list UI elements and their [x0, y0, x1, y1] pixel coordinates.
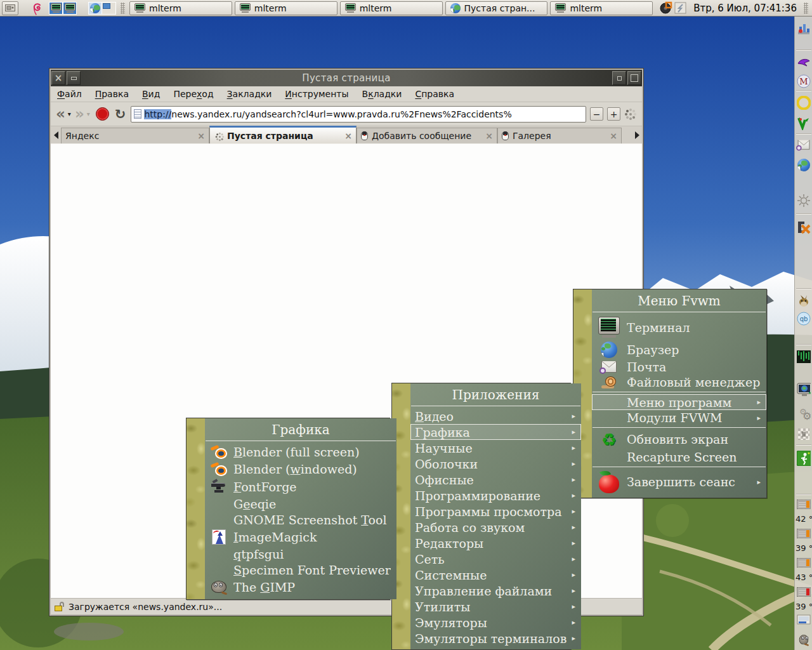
launcher-button[interactable] — [2, 1, 18, 15]
audio-mixer-icon[interactable] — [659, 1, 672, 15]
menu-item-viewers[interactable]: Программы просмотра▸ — [410, 503, 581, 519]
back-dropdown-icon[interactable]: ▾ — [68, 110, 71, 117]
titlebar[interactable]: × Пустая страница — [51, 70, 642, 86]
reload-button[interactable]: ↻ — [115, 107, 126, 122]
menu-item-blender-windowed[interactable]: Blender (windowed) — [205, 460, 396, 477]
stop-button[interactable] — [96, 107, 109, 121]
security-lock-open-icon[interactable] — [55, 602, 64, 611]
clipboard-icon[interactable] — [674, 2, 687, 15]
pager-desk-active[interactable] — [88, 2, 102, 15]
menu-file[interactable]: Файл — [57, 89, 82, 99]
menu-item-imagemagick[interactable]: ImageMagick — [205, 528, 396, 547]
menu-item-system[interactable]: Системные▸ — [410, 567, 581, 583]
donkey-icon[interactable] — [797, 293, 811, 308]
temp-sensor-icon[interactable] — [797, 587, 811, 597]
pager-desk-1[interactable] — [49, 2, 63, 15]
coin-icon[interactable] — [797, 95, 811, 110]
pager-desk-2[interactable] — [63, 2, 77, 15]
menu-item-file-management[interactable]: Управление файлами▸ — [410, 583, 581, 599]
tab-scroll-left-button[interactable] — [51, 127, 61, 143]
menu-tabs[interactable]: Вкладки — [362, 89, 402, 99]
tab-blank-page-active[interactable]: Пустая страница × — [209, 126, 357, 143]
menu-item-specimen[interactable]: Specimen Font Previewer — [205, 562, 396, 578]
menu-item-editors[interactable]: Редакторы▸ — [410, 535, 581, 551]
exit-icon[interactable] — [797, 451, 811, 466]
matrix-icon[interactable] — [797, 349, 811, 364]
menu-item-mail[interactable]: Почта — [592, 359, 766, 375]
menu-item-refresh-screen[interactable]: ♻ Обновить экран — [592, 430, 766, 449]
k-tool-icon[interactable] — [797, 220, 811, 235]
menu-item-graphics[interactable]: Графика▸ — [410, 424, 581, 440]
tab-close-icon[interactable]: × — [485, 131, 493, 141]
menu-item-terminal[interactable]: Терминал — [592, 314, 766, 340]
menu-item-the-gimp[interactable]: The GIMP — [205, 578, 396, 597]
temp-sensor-icon[interactable] — [797, 499, 811, 509]
tab-scroll-right-button[interactable] — [632, 127, 642, 143]
menu-view[interactable]: Вид — [142, 89, 160, 99]
sun-icon[interactable] — [797, 193, 811, 208]
tab-yandex[interactable]: Яндекс × — [61, 128, 209, 143]
menu-item-shells[interactable]: Оболочки▸ — [410, 456, 581, 472]
menu-item-video[interactable]: Видео▸ — [410, 408, 581, 424]
menu-edit[interactable]: Правка — [95, 89, 129, 99]
close-button[interactable]: × — [51, 71, 65, 85]
url-bar[interactable]: http://news.yandex.ru/yandsearch?cl4url=… — [131, 106, 586, 123]
menu-item-browser[interactable]: Браузер — [592, 340, 766, 359]
temp-sensor-icon[interactable] — [797, 528, 811, 538]
back-button[interactable]: « — [56, 107, 65, 121]
gimp-icon[interactable] — [797, 632, 811, 647]
debian-swirl-icon[interactable] — [30, 1, 45, 16]
menu-item-office[interactable]: Офисные▸ — [410, 472, 581, 488]
tab-gallery[interactable]: Галерея × — [497, 128, 622, 143]
temp-sensor-icon[interactable] — [797, 557, 811, 567]
maximize-button[interactable] — [627, 71, 641, 85]
taskbar-handle-right[interactable] — [804, 3, 808, 14]
menu-item-programs[interactable]: Меню программ ▸ — [592, 394, 766, 409]
menu-item-geeqie[interactable]: Geeqie — [205, 496, 396, 512]
taskbar-button-mlterm-4[interactable]: mlterm — [550, 1, 653, 15]
zoom-in-button[interactable]: + — [607, 107, 620, 121]
net-monitor-icon[interactable] — [797, 382, 811, 397]
battery-icon[interactable] — [797, 612, 811, 627]
menu-tools[interactable]: Инструменты — [285, 89, 348, 99]
taskbar-button-browser[interactable]: Пустая стран... — [445, 1, 548, 15]
qb-icon[interactable]: qb — [797, 311, 811, 326]
menu-item-gnome-screenshot[interactable]: GNOME Screenshot Tool — [205, 512, 396, 527]
pager-desk-4[interactable] — [102, 2, 116, 15]
taskbar-handle[interactable] — [121, 3, 125, 14]
bird-icon[interactable] — [797, 55, 811, 70]
menu-item-science[interactable]: Научные▸ — [410, 440, 581, 456]
menu-item-network[interactable]: Сеть▸ — [410, 551, 581, 567]
menu-go[interactable]: Переход — [173, 89, 213, 99]
taskbar-button-mlterm-1[interactable]: mlterm — [129, 1, 232, 15]
desktop-pager[interactable] — [49, 2, 116, 15]
menu-item-terminal-emulators[interactable]: Эмуляторы терминалов▸ — [410, 630, 581, 646]
chart-icon[interactable] — [797, 22, 811, 37]
menu-item-fontforge[interactable]: FontForge — [205, 477, 396, 496]
checker-icon[interactable] — [797, 427, 811, 442]
taskbar-button-mlterm-2[interactable]: mlterm — [235, 1, 337, 15]
zoom-out-button[interactable]: − — [590, 107, 603, 121]
taskbar-button-mlterm-3[interactable]: mlterm — [340, 1, 443, 15]
menu-item-utilities[interactable]: Утилиты▸ — [410, 599, 581, 614]
clock[interactable]: Втр, 6 Июл, 07:41:36 — [693, 3, 797, 14]
menu-item-qtpfsgui[interactable]: qtpfsgui — [205, 547, 396, 562]
tab-close-icon[interactable]: × — [197, 131, 205, 141]
menu-item-quit-session[interactable]: Завершить сеанс ▸ — [592, 469, 766, 495]
gears-icon[interactable]: ⚙ ⚙ — [797, 406, 811, 421]
menu-item-sound[interactable]: Работа со звуком▸ — [410, 519, 581, 535]
tab-add-message[interactable]: Добавить сообщение × — [357, 128, 497, 143]
v-plant-icon[interactable] — [797, 116, 811, 131]
menu-item-file-manager[interactable]: Файловый менеджер — [592, 375, 766, 390]
tab-close-icon[interactable]: × — [344, 131, 352, 141]
menu-bookmarks[interactable]: Закладки — [227, 89, 272, 99]
browser-globe-icon[interactable] — [797, 157, 811, 173]
url-text[interactable]: http://news.yandex.ru/yandsearch?cl4url=… — [144, 109, 511, 119]
mail-clock-icon[interactable] — [797, 137, 811, 152]
menu-item-blender-fullscreen[interactable]: Blender (full screen) — [205, 443, 396, 460]
mozilla-m-icon[interactable]: M — [797, 74, 811, 89]
menu-item-fvwm-modules[interactable]: Модули FVWM ▸ — [592, 410, 766, 425]
iconify-button[interactable] — [67, 71, 81, 85]
menu-item-programming[interactable]: Программирование▸ — [410, 488, 581, 503]
forward-dropdown-icon[interactable]: ▾ — [87, 110, 90, 117]
